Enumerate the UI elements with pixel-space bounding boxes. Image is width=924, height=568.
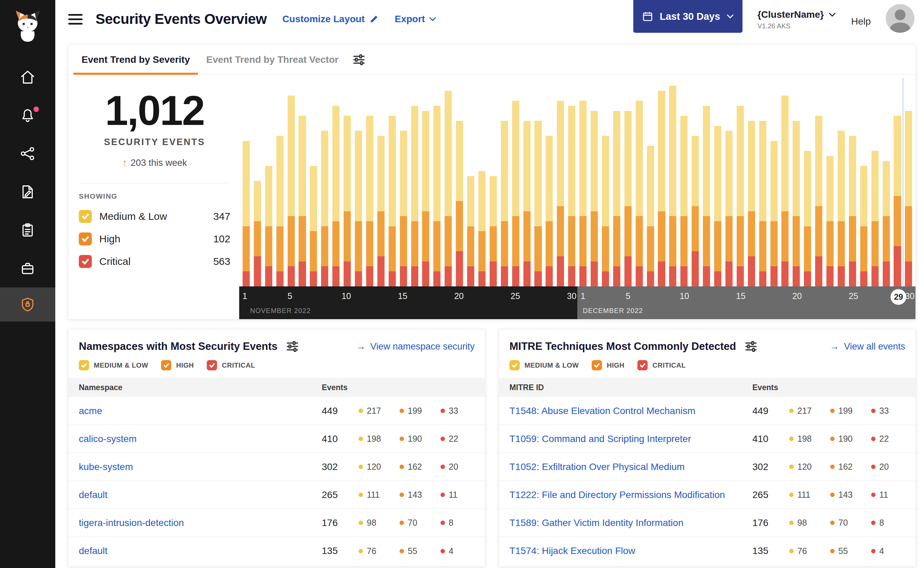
high-dot-icon (830, 465, 835, 469)
row-link[interactable]: tigera-intrusion-detection (79, 518, 322, 529)
trend-bar (330, 106, 342, 286)
trend-bar (555, 101, 566, 286)
menu-toggle-icon[interactable] (68, 11, 83, 27)
sidebar-item-security-events[interactable] (0, 287, 55, 322)
severity-count-critical: 22 (440, 434, 475, 444)
table-row: T1052: Exfiltration Over Physical Medium… (499, 453, 915, 481)
trend-bar (431, 106, 443, 286)
trend-bar (409, 106, 421, 286)
axis-ticks: 15101520253015101520252930 (239, 286, 915, 319)
severity-count-high: 143 (399, 490, 440, 500)
severity-count-high: 199 (830, 406, 871, 416)
export-label: Export (395, 14, 425, 24)
row-link[interactable]: T1548: Abuse Elevation Control Mechanism (509, 405, 752, 417)
severity-count-critical: 8 (440, 518, 475, 528)
column-events: Events (752, 383, 789, 392)
checkbox-medium-low[interactable] (79, 210, 92, 223)
trend-bar (476, 171, 488, 286)
filter-settings-icon[interactable] (352, 53, 366, 66)
trend-bar (510, 101, 522, 286)
tab-event-trend-by-threat-vector[interactable]: Event Trend by Threat Vector (198, 45, 346, 74)
events-total: 265 (322, 489, 359, 500)
filter-settings-icon[interactable] (744, 340, 758, 353)
medium_low-dot-icon (789, 549, 794, 553)
sidebar-nav (0, 58, 55, 322)
mitre-table-body: T1548: Abuse Elevation Control Mechanism… (499, 397, 915, 565)
checkbox-medium-low[interactable] (509, 360, 520, 370)
severity-count-critical: 8 (871, 518, 905, 528)
trend-bar (701, 106, 712, 286)
severity-count-high: 143 (830, 490, 871, 500)
trend-bar (353, 131, 364, 286)
checkbox-critical[interactable] (207, 360, 217, 370)
sidebar-item-notifications[interactable] (0, 96, 55, 134)
row-link[interactable]: T1222: File and Directory Permissions Mo… (509, 489, 752, 500)
checkbox-critical[interactable] (79, 255, 92, 268)
checkbox-critical[interactable] (638, 360, 648, 370)
weekly-delta-label: 203 this week (131, 158, 187, 168)
severity-count-medium_low: 98 (359, 518, 399, 528)
tab-event-trend-by-severity[interactable]: Event Trend by Severity (73, 45, 198, 74)
row-link[interactable]: T1589: Gather Victim Identity Informatio… (509, 518, 752, 529)
checkbox-high[interactable] (592, 360, 602, 370)
policy-edit-icon (20, 184, 36, 200)
clipboard-icon (20, 222, 36, 238)
severity-count-medium_low: 111 (789, 490, 830, 500)
up-arrow-icon: ↑ (122, 157, 127, 169)
severity-count-high: 162 (830, 462, 871, 472)
row-link[interactable]: kube-system (79, 461, 322, 473)
row-link[interactable]: calico-system (79, 434, 322, 444)
view-all-events-link[interactable]: → View all events (829, 341, 905, 352)
filter-medium-low: Medium & Low 347 (79, 205, 230, 228)
user-avatar[interactable] (886, 4, 915, 33)
trend-bar (870, 151, 881, 286)
critical-dot-icon (440, 521, 445, 525)
medium_low-dot-icon (359, 437, 363, 441)
trend-bar (589, 111, 600, 287)
mitre-card-title: MITRE Techniques Most Commonly Detected (509, 340, 736, 353)
row-link[interactable]: T1059: Command and Scripting Interpreter (509, 434, 752, 444)
cluster-selector[interactable]: {ClusterName} V1.26 AKS (758, 9, 836, 30)
date-range-button[interactable]: Last 30 Days (633, 0, 743, 33)
sidebar-item-applications[interactable] (0, 249, 55, 287)
service-graph-icon (20, 146, 36, 162)
export-menu[interactable]: Export (395, 14, 437, 24)
view-namespace-security-link[interactable]: → View namespace security (356, 341, 475, 352)
sidebar-item-policies[interactable] (0, 173, 55, 211)
trend-bar (600, 136, 611, 286)
selected-day-marker[interactable]: 29 (891, 289, 906, 305)
sidebar-item-compliance[interactable] (0, 211, 55, 249)
trend-bar (274, 136, 286, 286)
medium_low-dot-icon (359, 492, 363, 497)
customize-layout-link[interactable]: Customize Layout (282, 14, 379, 24)
filter-settings-icon[interactable] (286, 340, 299, 353)
legend-label: HIGH (607, 361, 624, 369)
checkbox-high[interactable] (161, 360, 171, 370)
row-link[interactable]: T1574: Hijack Execution Flow (509, 545, 752, 556)
header-right: Last 30 Days {ClusterName} V1.26 AKS Hel… (633, 0, 924, 33)
critical-dot-icon (440, 437, 445, 441)
events-total: 410 (322, 434, 359, 444)
row-link[interactable]: T1052: Exfiltration Over Physical Medium (509, 461, 752, 473)
trend-bar (375, 136, 387, 286)
severity-count-high: 190 (399, 434, 440, 444)
sidebar-item-home[interactable] (0, 58, 55, 96)
trend-bar (735, 106, 746, 286)
table-row: default13576554 (69, 537, 485, 565)
row-link[interactable]: acme (79, 405, 322, 417)
checkbox-medium-low[interactable] (79, 360, 89, 370)
checkbox-high[interactable] (79, 233, 92, 245)
sidebar-item-service-graph[interactable] (0, 134, 55, 173)
severity-count-medium_low: 217 (789, 406, 830, 416)
calico-cat-logo[interactable] (11, 9, 44, 44)
trend-bar (241, 141, 252, 286)
severity-count-medium_low: 120 (359, 462, 399, 472)
events-total: 265 (752, 489, 789, 500)
row-link[interactable]: default (79, 545, 322, 556)
row-link[interactable]: default (79, 489, 322, 500)
critical-dot-icon (871, 492, 876, 497)
table-row: T1548: Abuse Elevation Control Mechanism… (499, 397, 915, 425)
events-total: 176 (322, 518, 359, 529)
legend-label: MEDIUM & LOW (94, 361, 148, 369)
help-link[interactable]: Help (851, 16, 871, 27)
